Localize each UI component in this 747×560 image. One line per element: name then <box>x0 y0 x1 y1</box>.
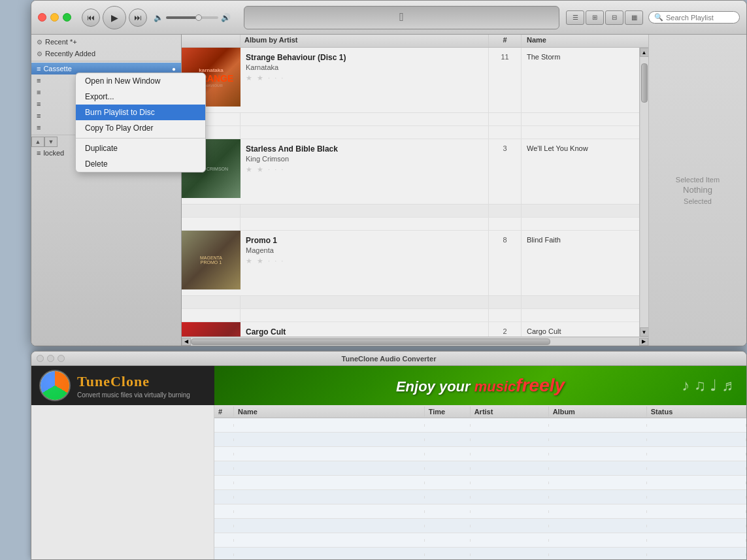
transport-controls: ⏮ ▶ ⏭ <box>82 6 147 29</box>
scroll-left-btn[interactable]: ◀ <box>182 338 191 346</box>
traffic-lights <box>38 13 71 22</box>
content-area: Album by Artist # Name karnataka STRANGE… <box>182 35 648 346</box>
forward-button[interactable]: ⏭ <box>129 8 147 27</box>
tc-close-button[interactable] <box>37 355 44 362</box>
tc-col-time: Time <box>425 406 471 417</box>
play-button[interactable]: ▶ <box>103 6 126 29</box>
table-row <box>214 504 746 519</box>
scroll-down-btn[interactable]: ▼ <box>640 327 649 337</box>
tuneclone-window: TuneClone Audio Converter TuneClone Conv… <box>31 351 747 560</box>
horizontal-scrollbar[interactable]: ◀ ▶ <box>182 337 648 346</box>
album-info-kingcrimson: Starless And Bible Black King Crimson ★ … <box>241 139 489 204</box>
scroll-up-btn[interactable]: ▲ <box>640 48 649 57</box>
tc-minimize-button[interactable] <box>47 355 54 362</box>
chevron-right-icon: ● <box>172 65 176 73</box>
search-box[interactable]: 🔍 <box>648 11 740 24</box>
track-name-karnataka: The Storm <box>522 48 639 112</box>
title-bar: ⏮ ▶ ⏭ 🔈 🔊  ☰ ⊞ ⊟ ▦ 🔍 <box>31 1 746 35</box>
coverflow-view-button[interactable]: ▦ <box>625 10 643 25</box>
view-buttons: ☰ ⊞ ⊟ ▦ <box>566 10 643 25</box>
track-name-magenta: Blind Faith <box>522 231 639 295</box>
table-row <box>214 447 746 461</box>
table-row <box>214 418 746 433</box>
tc-left-panel <box>31 405 214 559</box>
bottom-bar: + ⇄ ↻ ⬇ 33 songs, 4.7 hours, 362.4 MB ⚙ … <box>31 346 746 346</box>
album-row-magenta: MAGENTAPROMO 1 Promo 1 Magenta ★ ★ · · ·… <box>182 231 639 296</box>
scroll-track[interactable] <box>640 57 648 327</box>
track-num-karnataka: 11 <box>489 48 522 112</box>
volume-area: 🔈 🔊 <box>154 13 231 22</box>
volume-slider[interactable] <box>166 16 218 19</box>
album-stars-kingcrimson[interactable]: ★ ★ · · · <box>246 165 483 174</box>
tc-banner-right: Enjoy your musicfreely ♪ ♫ ♩ ♬ <box>214 366 746 405</box>
menu-item-open-new-window[interactable]: Open in New Window <box>76 73 205 89</box>
scroll-thumb[interactable] <box>641 63 648 103</box>
album-info-cargo: Cargo Cult 7BZH ★ ★ · · · <box>241 322 489 337</box>
menu-item-delete[interactable]: Delete <box>76 156 205 172</box>
column-headers: Album by Artist # Name <box>182 35 648 48</box>
tc-title-bar: TuneClone Audio Converter <box>31 352 746 366</box>
menu-item-burn-playlist[interactable]: Burn Playlist to Disc <box>76 105 205 120</box>
nothing-text: Nothing <box>683 185 712 195</box>
tc-logo-area: TuneClone Convert music files via virtua… <box>31 366 214 405</box>
menu-item-copy-play-order[interactable]: Copy To Play Order <box>76 120 205 136</box>
album-stars-magenta[interactable]: ★ ★ · · · <box>246 257 483 265</box>
album-title-cargo: Cargo Cult <box>246 327 483 337</box>
col-album-art-header <box>182 35 241 47</box>
scroll-down-button[interactable]: ▼ <box>44 137 58 147</box>
search-input[interactable] <box>666 14 731 22</box>
album-row-karnataka: karnataka STRANGE BEHAVIOUR Strange Beha… <box>182 48 639 113</box>
detail-view-button[interactable]: ⊞ <box>586 10 604 25</box>
menu-separator <box>76 138 205 139</box>
sidebar-item-recently-added[interactable]: ⚙ Recently Added <box>31 48 181 59</box>
scroll-right-btn[interactable]: ▶ <box>639 338 648 346</box>
tc-maximize-button[interactable] <box>58 355 65 362</box>
tc-logo-icon <box>39 370 71 401</box>
grid-view-button[interactable]: ⊟ <box>605 10 623 25</box>
menu-item-export[interactable]: Export... <box>76 89 205 105</box>
track-name-cargo: Cargo Cult <box>522 322 639 337</box>
album-info-karnataka: Strange Behaviour (Disc 1) Karnataka ★ ★… <box>241 48 489 112</box>
maximize-button[interactable] <box>63 13 71 22</box>
scroll-up-button[interactable]: ▲ <box>31 137 44 147</box>
album-stars-karnataka[interactable]: ★ ★ · · · <box>246 74 483 82</box>
tc-col-name: Name <box>234 406 425 417</box>
tc-logo-graphic <box>41 371 69 400</box>
volume-thumb <box>195 14 202 21</box>
sidebar-section-library: ⚙ Recent *+ ⚙ Recently Added <box>31 35 181 61</box>
h-scroll-track[interactable] <box>191 338 639 346</box>
track-row-m3 <box>182 309 639 322</box>
tc-table: # Name Time Artist Album Status <box>214 405 746 559</box>
col-name-header: Name <box>522 35 648 47</box>
vertical-scrollbar[interactable]: ▲ ▼ <box>639 48 648 337</box>
minimize-button[interactable] <box>50 13 59 22</box>
tc-brand-tagline: Convert music files via virtually burnin… <box>77 391 190 399</box>
rewind-button[interactable]: ⏮ <box>82 8 100 27</box>
tc-window-title: TuneClone Audio Converter <box>342 355 437 363</box>
track-num-kingcrimson: 3 <box>489 139 522 204</box>
close-button[interactable] <box>38 13 46 22</box>
sidebar-item-recent[interactable]: ⚙ Recent *+ <box>31 36 181 48</box>
album-artist-magenta: Magenta <box>246 246 483 254</box>
tc-brand-name: TuneClone <box>77 373 190 390</box>
table-row <box>214 490 746 504</box>
tc-table-header: # Name Time Artist Album Status <box>214 405 746 418</box>
h-scroll-thumb[interactable] <box>191 338 550 345</box>
menu-item-duplicate[interactable]: Duplicate <box>76 140 205 156</box>
selected-label: Selected <box>684 197 712 205</box>
album-artist-karnataka: Karnataka <box>246 63 483 71</box>
context-menu: Open in New Window Export... Burn Playli… <box>75 73 206 173</box>
itunes-window: ⏮ ▶ ⏭ 🔈 🔊  ☰ ⊞ ⊟ ▦ 🔍 <box>31 0 747 346</box>
table-row <box>214 533 746 548</box>
list-view-button[interactable]: ☰ <box>566 10 584 25</box>
album-row-kingcrimson: KING CRIMSON Starless And Bible Black Ki… <box>182 139 639 205</box>
col-album-header: Album by Artist <box>241 35 489 47</box>
tc-content: # Name Time Artist Album Status <box>31 405 746 559</box>
tc-col-artist: Artist <box>471 406 549 417</box>
tc-brand-text: TuneClone Convert music files via virtua… <box>77 373 190 399</box>
album-artist-kingcrimson: King Crimson <box>246 155 483 163</box>
album-row-cargo: CARGO Cargo Cult 7BZH ★ ★ · · · 2 Cargo … <box>182 322 639 337</box>
playlist-icon-6: ≡ <box>37 100 41 108</box>
album-art-magenta: MAGENTAPROMO 1 <box>182 231 241 289</box>
gear-icon: ⚙ <box>37 39 42 46</box>
